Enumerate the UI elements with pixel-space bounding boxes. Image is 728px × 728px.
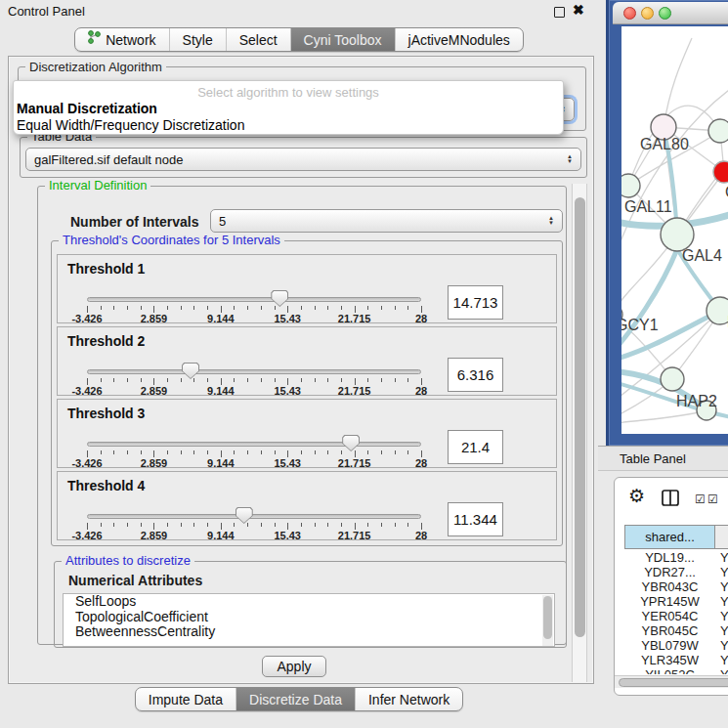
slider-thumb[interactable] <box>236 507 253 524</box>
cell-shared-name[interactable]: YIL052C <box>624 667 715 674</box>
numerical-attributes-list[interactable]: SelfLoopsTopologicalCoefficientBetweenne… <box>63 593 555 647</box>
cell-shared-name[interactable]: YDR27... <box>624 565 715 579</box>
network-graph: GAL80 G C GAL11 GAL4 GCY1 H HAP2 <box>621 26 728 434</box>
panel-title: Control Panel <box>8 4 85 19</box>
slider-thumb[interactable] <box>342 435 360 451</box>
apply-button[interactable]: Apply <box>262 656 326 677</box>
checkbox-icon[interactable]: ☑ <box>695 492 706 506</box>
table-row[interactable]: YER054CYER0 <box>624 609 728 623</box>
cell-shared-name[interactable]: YBL079W <box>624 638 715 653</box>
minimize-traffic-light-icon[interactable] <box>641 7 654 20</box>
zoom-traffic-light-icon[interactable] <box>659 7 671 20</box>
node-gal4[interactable] <box>661 218 694 251</box>
scrollbar-thumb[interactable] <box>575 197 585 637</box>
cell-name[interactable]: YBR0 <box>715 623 728 638</box>
combo-arrows-icon: ▲▼ <box>548 216 554 226</box>
network-window-titlebar[interactable] <box>613 2 728 24</box>
table-row[interactable]: YDR27...YDR2 <box>624 565 728 579</box>
threshold-panel-3: Threshold 3-3.4262.8599.14415.4321.71528… <box>57 399 557 468</box>
scrollbar-thumb[interactable] <box>543 596 552 639</box>
threshold-value-field[interactable]: 11.344 <box>448 502 503 536</box>
node-label: HAP2 <box>676 393 717 409</box>
threshold-label: Threshold 3 <box>67 406 145 421</box>
cell-name[interactable]: YDL1 <box>715 550 728 565</box>
table-horizontal-scrollbar[interactable] <box>615 675 728 688</box>
slider-track[interactable] <box>87 297 421 302</box>
cell-name[interactable]: YLR3 <box>715 653 728 667</box>
table-panel: ⚙ ☑ ☑ shared... n YDL19...YDL1YDR27...YD… <box>614 477 728 696</box>
tab-style[interactable]: Style <box>169 28 226 51</box>
gear-icon[interactable]: ⚙ <box>628 485 645 507</box>
table-panel-title: Table Panel <box>620 451 686 466</box>
attribute-list-item[interactable]: BetweennessCentrality <box>64 624 554 640</box>
top-tabbar: NetworkStyleSelectCyni ToolboxjActiveMNo… <box>0 27 598 52</box>
node-hap2[interactable] <box>661 367 684 391</box>
attribute-list-item[interactable]: SelfLoops <box>64 594 554 610</box>
cell-name[interactable]: YIL0 <box>715 667 728 674</box>
table-row[interactable]: YBR045CYBR0 <box>624 623 728 638</box>
cell-name[interactable]: YBL0 <box>715 638 728 653</box>
table-data-combobox[interactable]: galFiltered.sif default node ▲▼ <box>25 148 581 171</box>
number-of-intervals-value: 5 <box>219 214 226 229</box>
table-row[interactable]: YBR043CYBR0 <box>624 579 728 594</box>
cell-name[interactable]: YER0 <box>715 609 728 623</box>
cell-shared-name[interactable]: YPR145W <box>624 594 715 609</box>
node-gal11[interactable] <box>621 174 640 197</box>
cell-shared-name[interactable]: YBR043C <box>624 579 715 594</box>
popup-item-manual-discretization[interactable]: Manual Discretization <box>17 101 157 116</box>
attributes-group-title: Attributes to discretize <box>62 554 194 567</box>
threshold-value-field[interactable]: 6.316 <box>448 358 503 392</box>
slider-tick-labels: -3.4262.8599.14415.4321.71528 <box>87 313 421 324</box>
node-top-right[interactable] <box>708 119 728 143</box>
close-icon[interactable]: ✖ <box>573 2 584 18</box>
attribute-list-item[interactable]: TopologicalCoefficient <box>64 610 554 625</box>
scrollbar-thumb[interactable] <box>619 678 728 687</box>
network-view-window: GAL80 G C GAL11 GAL4 GCY1 H HAP2 <box>606 0 728 446</box>
cell-shared-name[interactable]: YDL19... <box>624 550 715 565</box>
interval-definition-title: Interval Definition <box>45 179 150 192</box>
tab-cyni-toolbox[interactable]: Cyni Toolbox <box>290 28 395 51</box>
table-rows[interactable]: YDL19...YDL1YDR27...YDR2YBR043CYBR0YPR14… <box>624 550 728 674</box>
tab-impute-data[interactable]: Impute Data <box>136 688 236 710</box>
table-row[interactable]: YBL079WYBL0 <box>624 638 728 653</box>
node-label: GAL4 <box>682 247 722 264</box>
checkbox-icon[interactable]: ☑ <box>707 492 718 506</box>
slider-track[interactable] <box>87 442 421 447</box>
cell-name[interactable]: YBR0 <box>715 579 728 594</box>
slider-track[interactable] <box>87 369 421 374</box>
slider-thumb[interactable] <box>271 290 288 307</box>
tab-discretize-data[interactable]: Discretize Data <box>236 688 355 710</box>
cell-shared-name[interactable]: YBR045C <box>624 623 715 638</box>
threshold-value-field[interactable]: 14.713 <box>448 285 503 320</box>
network-canvas[interactable]: GAL80 G C GAL11 GAL4 GCY1 H HAP2 <box>621 26 728 434</box>
node-right-mid[interactable] <box>707 297 728 324</box>
tab-network[interactable]: Network <box>75 28 168 51</box>
table-row[interactable]: YDL19...YDL1 <box>624 550 728 565</box>
network-icon <box>88 28 101 52</box>
list-vertical-scrollbar[interactable] <box>542 595 553 647</box>
slider-track[interactable] <box>87 514 421 519</box>
cell-name[interactable]: YDR2 <box>715 565 728 579</box>
algorithm-dropdown-popup: Select algorithm to view settings Manual… <box>13 80 564 135</box>
table-row[interactable]: YLR345WYLR3 <box>624 653 728 667</box>
float-window-icon[interactable] <box>554 7 565 18</box>
cell-name[interactable]: YPR1 <box>715 594 728 609</box>
settings-vertical-scrollbar[interactable] <box>572 184 587 682</box>
popup-item-equal-width-frequency[interactable]: Equal Width/Frequency Discretization <box>17 117 244 133</box>
node-highlighted-red[interactable] <box>713 161 728 183</box>
column-header-shared[interactable]: shared... <box>624 525 715 549</box>
threshold-value-field[interactable]: 21.4 <box>448 430 503 464</box>
cell-shared-name[interactable]: YER054C <box>624 609 715 623</box>
combo-arrows-icon: ▲▼ <box>567 154 573 164</box>
table-row[interactable]: YPR145WYPR1 <box>624 594 728 609</box>
slider-thumb[interactable] <box>182 363 199 379</box>
column-header-name[interactable]: n <box>715 525 728 549</box>
close-traffic-light-icon[interactable] <box>623 7 636 20</box>
table-row[interactable]: YIL052CYIL0 <box>624 667 728 674</box>
columns-icon[interactable] <box>662 490 679 510</box>
cell-shared-name[interactable]: YLR345W <box>624 653 715 667</box>
number-of-intervals-combobox[interactable]: 5 ▲▼ <box>210 209 563 233</box>
tab-infer-network[interactable]: Infer Network <box>355 688 462 710</box>
tab-jactivemnodules[interactable]: jActiveMNodules <box>395 28 523 51</box>
tab-select[interactable]: Select <box>226 28 290 51</box>
